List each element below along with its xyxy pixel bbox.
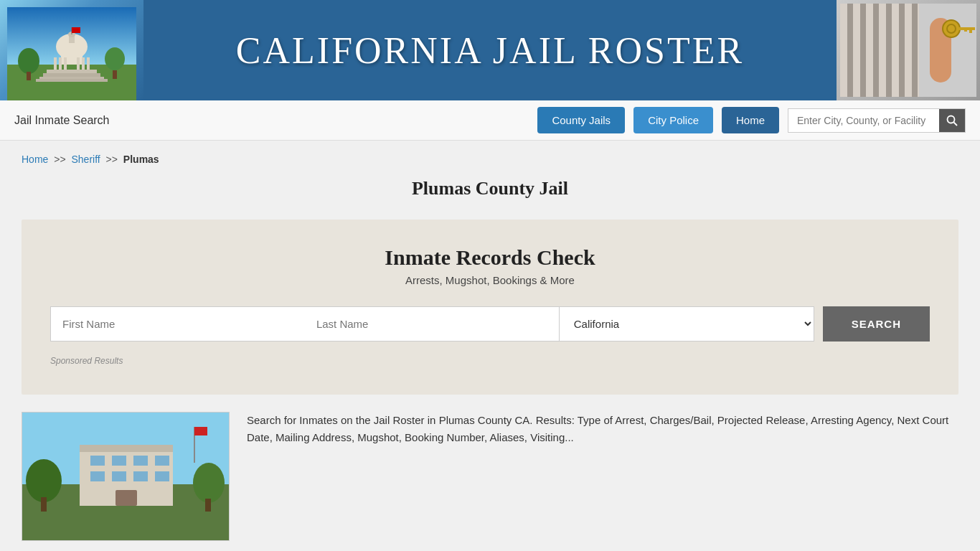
last-name-input[interactable] <box>305 306 560 342</box>
records-form: AlabamaAlaskaArizonaArkansasCaliforniaCo… <box>50 306 930 342</box>
bottom-section: Search for Inmates on the Jail Roster in… <box>22 412 958 541</box>
svg-point-44 <box>193 463 225 503</box>
breadcrumb-current: Plumas <box>123 154 159 165</box>
description-text: Search for Inmates on the Jail Roster in… <box>247 412 958 446</box>
svg-rect-29 <box>899 4 905 97</box>
svg-rect-13 <box>82 57 85 70</box>
state-select[interactable]: AlabamaAlaskaArizonaArkansasCaliforniaCo… <box>560 306 814 342</box>
records-search-button[interactable]: SEARCH <box>823 306 930 342</box>
county-jails-button[interactable]: County Jails <box>537 107 625 133</box>
svg-rect-14 <box>87 57 90 70</box>
svg-rect-50 <box>133 456 148 466</box>
page-title: Plumas County Jail <box>0 178 980 199</box>
records-section: Inmate Records Check Arrests, Mugshot, B… <box>22 220 958 395</box>
breadcrumb: Home >> Sheriff >> Plumas <box>0 141 980 178</box>
banner-left-image <box>0 0 143 100</box>
svg-rect-54 <box>133 471 148 481</box>
facility-building-icon <box>22 413 230 541</box>
navbar: Jail Inmate Search County Jails City Pol… <box>0 100 980 141</box>
svg-rect-9 <box>54 57 57 70</box>
navbar-brand: Jail Inmate Search <box>14 114 110 127</box>
svg-rect-18 <box>36 79 108 82</box>
svg-rect-49 <box>112 456 126 466</box>
city-police-button[interactable]: City Police <box>633 107 713 133</box>
svg-rect-51 <box>155 456 169 466</box>
svg-rect-48 <box>90 456 105 466</box>
breadcrumb-sheriff[interactable]: Sheriff <box>72 154 100 165</box>
svg-rect-26 <box>860 4 866 97</box>
svg-line-39 <box>954 122 958 126</box>
breadcrumb-sep2: >> <box>106 154 118 165</box>
records-subtitle: Arrests, Mugshot, Bookings & More <box>50 274 930 286</box>
svg-point-21 <box>105 47 125 70</box>
svg-rect-55 <box>155 471 169 481</box>
banner-title: California Jail Roster <box>236 29 744 72</box>
home-button[interactable]: Home <box>722 107 779 133</box>
svg-rect-30 <box>912 4 918 97</box>
banner: California Jail Roster <box>0 0 980 100</box>
svg-point-38 <box>948 116 955 123</box>
search-input[interactable] <box>788 109 939 132</box>
search-submit-button[interactable] <box>939 109 965 132</box>
svg-rect-12 <box>77 57 80 70</box>
svg-rect-22 <box>113 70 117 79</box>
breadcrumb-home[interactable]: Home <box>22 154 48 165</box>
svg-rect-25 <box>847 4 853 97</box>
banner-center: California Jail Roster <box>143 0 837 100</box>
banner-right-image <box>837 0 980 100</box>
search-icon <box>946 115 958 126</box>
svg-rect-53 <box>112 471 126 481</box>
svg-point-42 <box>26 459 62 502</box>
svg-rect-56 <box>116 490 137 506</box>
svg-point-34 <box>947 24 956 33</box>
svg-rect-43 <box>41 497 47 512</box>
svg-rect-28 <box>886 4 892 97</box>
svg-rect-52 <box>90 471 105 481</box>
svg-rect-58 <box>194 427 207 435</box>
svg-rect-10 <box>59 57 62 70</box>
svg-rect-37 <box>964 27 967 32</box>
records-title: Inmate Records Check <box>50 245 930 270</box>
svg-rect-11 <box>64 57 67 70</box>
sponsored-label: Sponsored Results <box>50 356 930 366</box>
svg-rect-27 <box>873 4 879 97</box>
svg-rect-45 <box>205 499 211 512</box>
svg-rect-20 <box>27 72 31 80</box>
svg-rect-36 <box>969 27 972 33</box>
svg-rect-47 <box>80 445 173 452</box>
search-container <box>788 108 966 133</box>
svg-point-19 <box>18 48 39 74</box>
breadcrumb-sep1: >> <box>54 154 65 165</box>
capitol-icon <box>7 7 136 100</box>
first-name-input[interactable] <box>50 306 305 342</box>
svg-rect-8 <box>72 27 80 33</box>
jail-keys-icon <box>840 4 976 97</box>
facility-image <box>22 412 230 541</box>
